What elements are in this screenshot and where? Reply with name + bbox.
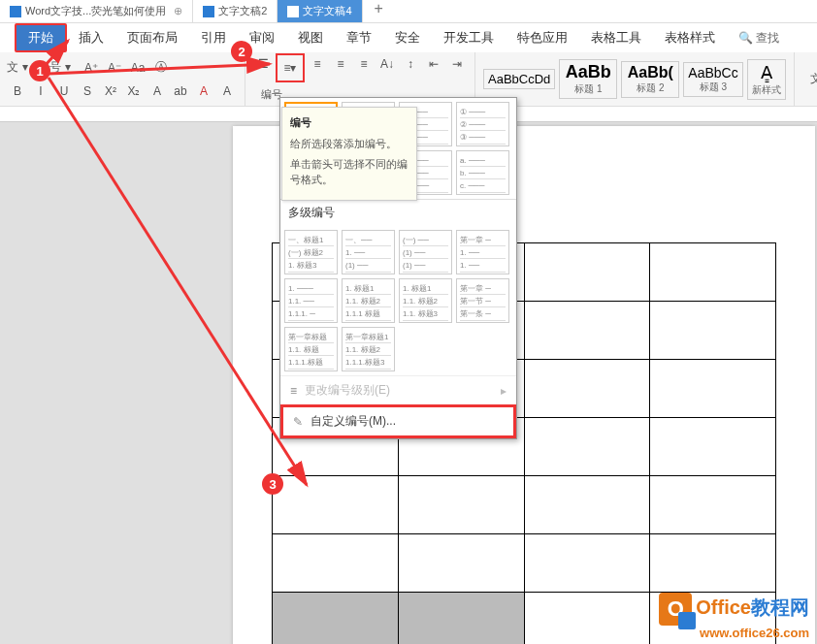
numbering-option[interactable]: 一、标题1(一) 标题21. 标题3 [284, 230, 338, 274]
menu-insert[interactable]: 插入 [67, 25, 115, 50]
annotation-2: 2 [231, 41, 252, 62]
menu-bar: 开始 插入 页面布局 引用 审阅 视图 章节 安全 开发工具 特色应用 表格工具… [0, 23, 817, 52]
numbering-button[interactable]: ≡▾ [276, 53, 305, 82]
tab-add-button[interactable]: + [363, 0, 395, 22]
styles-gallery: AaBbCcDd AaBb标题 1 AaBb(标题 2 AaBbCc标题 3 A… [475, 52, 795, 106]
numbering-option[interactable]: a. ───b. ───c. ─── [456, 150, 509, 195]
menu-chapter[interactable]: 章节 [335, 25, 383, 50]
align-center[interactable]: ≡ [330, 53, 351, 75]
multilevel-grid: 一、标题1(一) 标题21. 标题3一、──1. ──(1) ──(一) ──(… [280, 226, 516, 375]
tab-doc2[interactable]: 文字文稿2 [193, 0, 278, 22]
shrink-font[interactable]: A⁻ [104, 57, 125, 79]
annotation-3: 3 [262, 473, 283, 495]
grow-font[interactable]: A⁺ [81, 57, 102, 79]
numbering-option[interactable]: ① ───② ───③ ─── [456, 102, 509, 146]
annotation-1: 1 [29, 60, 50, 81]
watermark-icon: O [659, 593, 692, 626]
style-normal[interactable]: AaBbCcDd [483, 69, 555, 89]
style-h3[interactable]: AaBbCc标题 3 [683, 62, 742, 97]
numbering-option[interactable]: 1. ───1.1. ──1.1.1. ─ [284, 278, 338, 323]
numbering-option[interactable]: 1. 标题11.1. 标题21.1.1 标题 [342, 278, 395, 323]
watermark: OOffice教程网 www.office26.com [659, 593, 809, 640]
highlight[interactable]: ab [170, 80, 191, 102]
indent-inc[interactable]: ⇥ [446, 53, 468, 75]
document-tabs: Word文字技...荧光笔如何使用⊕ 文字文稿2 文字文稿4 + [0, 0, 817, 23]
underline[interactable]: U [53, 80, 75, 102]
subscript[interactable]: X₂ [123, 80, 145, 102]
pencil-icon: ✎ [293, 415, 303, 429]
italic[interactable]: I [30, 80, 51, 102]
change-case[interactable]: Aa [127, 57, 148, 79]
strike[interactable]: S [77, 80, 98, 102]
text-tools[interactable]: 文 [801, 69, 817, 90]
align-left[interactable]: ≡ [307, 53, 328, 75]
word-icon [287, 6, 299, 17]
custom-numbering-item[interactable]: ✎自定义编号(M)... [280, 404, 516, 438]
menu-layout[interactable]: 页面布局 [115, 25, 189, 50]
list-icon: ≡ [290, 384, 297, 398]
tab-doc1[interactable]: Word文字技...荧光笔如何使用⊕ [0, 0, 193, 22]
menu-special[interactable]: 特色应用 [506, 25, 579, 50]
tab-doc3[interactable]: 文字文稿4 [278, 0, 362, 22]
bullets[interactable]: ☰ [252, 53, 274, 75]
menu-dev[interactable]: 开发工具 [432, 25, 506, 50]
font-color2[interactable]: A [193, 80, 214, 102]
menu-start[interactable]: 开始 [15, 23, 67, 52]
new-style-button[interactable]: A͇新样式 [747, 59, 786, 100]
menu-table-tools[interactable]: 表格工具 [579, 25, 653, 50]
tooltip-title: 编号 [290, 115, 408, 130]
numbering-option[interactable]: 一、──1. ──(1) ── [342, 230, 395, 274]
tab-close-icon[interactable]: ⊕ [174, 5, 182, 17]
numbering-option[interactable]: 第一章标题11.1. 标题21.1.1.标题3 [342, 327, 395, 371]
numbering-option[interactable]: 第一章标题1.1. 标题1.1.1.标题 [284, 327, 338, 371]
search-icon: 🔍 [738, 31, 753, 45]
numbering-option[interactable]: (一) ──(1) ──(1) ── [399, 230, 452, 274]
menu-ref[interactable]: 引用 [189, 25, 238, 50]
menu-safe[interactable]: 安全 [383, 25, 432, 50]
word-icon [203, 6, 214, 17]
style-h1[interactable]: AaBb标题 1 [559, 59, 617, 99]
align-right[interactable]: ≡ [353, 53, 375, 75]
numbering-tooltip: 编号 给所选段落添加编号。 单击箭头可选择不同的编号格式。 [281, 107, 417, 201]
menu-table-style[interactable]: 表格样式 [653, 25, 727, 50]
style-h2[interactable]: AaBb(标题 2 [621, 61, 679, 98]
menu-search[interactable]: 🔍查找 [727, 26, 791, 50]
bold[interactable]: B [7, 80, 28, 102]
line-spacing[interactable]: ↕ [400, 53, 421, 75]
word-icon [10, 6, 21, 17]
superscript[interactable]: X² [100, 80, 121, 102]
clear-format[interactable]: Ⓐ [150, 57, 172, 79]
font-family-dropdown[interactable]: 文 ▾ [7, 57, 28, 79]
indent-dec[interactable]: ⇤ [423, 53, 444, 75]
char-shading[interactable]: A [216, 80, 238, 102]
tab-label: Word文字技...荧光笔如何使用 [25, 4, 166, 18]
tab-label: 文字文稿2 [218, 4, 267, 18]
numbering-option[interactable]: 第一章 ─第一节 ─第一条 ─ [456, 278, 509, 323]
multilevel-header: 多级编号 [280, 199, 516, 226]
numbering-option[interactable]: 1. 标题11.1. 标题21.1. 标题3 [399, 278, 452, 323]
change-level-item: ≡更改编号级别(E)▸ [280, 375, 516, 404]
menu-view[interactable]: 视图 [286, 25, 335, 50]
numbering-option[interactable]: 第一章 ─1. ──1. ── [456, 230, 509, 274]
font-color[interactable]: A [147, 80, 168, 102]
tab-label: 文字文稿4 [303, 4, 351, 18]
sort[interactable]: A↓ [376, 53, 398, 75]
